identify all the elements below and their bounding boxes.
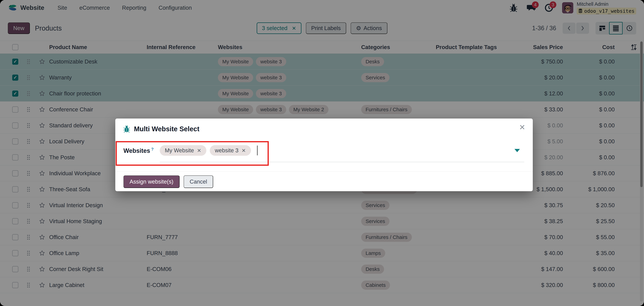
cancel-button[interactable]: Cancel xyxy=(184,176,213,188)
screen: Website SiteeCommerceReportingConfigurat… xyxy=(0,0,644,306)
remove-tag-icon[interactable]: ✕ xyxy=(242,147,246,154)
tag-label: My Website xyxy=(165,147,194,154)
dropdown-caret-icon[interactable] xyxy=(514,149,520,152)
tag-label: website 3 xyxy=(215,147,238,154)
dialog-footer: Assign website(s) Cancel xyxy=(115,172,533,188)
dialog-title: Multi Website Select xyxy=(134,125,200,133)
multi-website-select-dialog: Multi Website Select ✕ Websites? My Webs… xyxy=(115,118,533,191)
websites-field-label: Websites? xyxy=(124,147,154,154)
selected-website-tag: website 3✕ xyxy=(210,145,251,156)
assign-websites-button[interactable]: Assign website(s) xyxy=(124,176,180,188)
selected-website-tag: My Website✕ xyxy=(160,145,206,156)
websites-field: Websites? My Website✕website 3✕ xyxy=(124,139,524,162)
help-question-mark[interactable]: ? xyxy=(151,147,154,151)
bug-icon xyxy=(124,125,130,133)
close-icon[interactable]: ✕ xyxy=(519,124,525,131)
websites-tags-input[interactable]: My Website✕website 3✕ xyxy=(160,139,524,162)
remove-tag-icon[interactable]: ✕ xyxy=(197,147,201,154)
dialog-header: Multi Website Select ✕ xyxy=(115,118,533,139)
text-cursor xyxy=(257,145,258,155)
